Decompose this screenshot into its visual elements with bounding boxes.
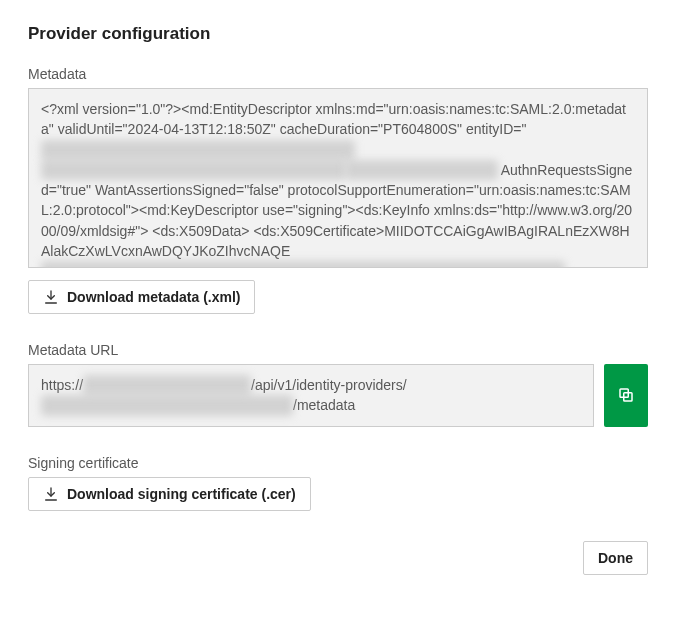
metadata-section: Metadata <?xml version="1.0"?><md:Entity… (28, 66, 648, 314)
download-metadata-button[interactable]: Download metadata (.xml) (28, 280, 255, 314)
signing-cert-label: Signing certificate (28, 455, 648, 471)
copy-url-button[interactable] (604, 364, 648, 427)
redacted-text: ID xxxxxxxxxxxxxxxxxxxxxxxxxxxxxxxxxxxxx… (41, 160, 346, 180)
metadata-url-part: /metadata (293, 397, 355, 413)
page-title: Provider configuration (28, 24, 648, 44)
metadata-xml-line: <?xml version="1.0"?><md:EntityDescripto… (41, 101, 312, 117)
download-icon (43, 289, 59, 305)
redacted-text: xxxxxxxxxxxxxxxxxxxxxxxxxxxxxxxxxxxx (41, 395, 293, 415)
metadata-xml-line: <ds:X509Data> (152, 223, 249, 239)
download-signing-cert-label: Download signing certificate (.cer) (67, 486, 296, 502)
metadata-url-section: Metadata URL https://xxxxxxxxxxxxxxxxxxx… (28, 342, 648, 427)
done-button[interactable]: Done (583, 541, 648, 575)
metadata-url-part: https:// (41, 377, 83, 393)
metadata-url-box[interactable]: https://xxxxxxxxxxxxxxxxxxxxxxxx/api/v1/… (28, 364, 594, 427)
redacted-text: https://xxxxxxxxxxxxxxxxxxxxxxxxxxxxxxxx… (41, 140, 355, 160)
redacted-text: ><md:SPSSODescriptor (346, 160, 498, 180)
download-metadata-label: Download metadata (.xml) (67, 289, 240, 305)
metadata-xml-line: cacheDuration="PT604800S" entityID=" (280, 121, 527, 137)
download-icon (43, 486, 59, 502)
metadata-url-label: Metadata URL (28, 342, 648, 358)
metadata-xml-box[interactable]: <?xml version="1.0"?><md:EntityDescripto… (28, 88, 648, 268)
footer: Done (28, 541, 648, 575)
signing-cert-section: Signing certificate Download signing cer… (28, 455, 648, 511)
metadata-label: Metadata (28, 66, 648, 82)
redacted-text: xxxxxxxxxxxxxxxxxxxxxxxx (83, 375, 251, 395)
redacted-text: D FNMA CA1LISC MFLIW FTMDFCA1HFC MKLIW D… (41, 261, 565, 268)
copy-icon (617, 386, 635, 404)
done-label: Done (598, 550, 633, 566)
metadata-url-part: /api/v1/identity-providers/ (251, 377, 407, 393)
download-signing-cert-button[interactable]: Download signing certificate (.cer) (28, 477, 311, 511)
